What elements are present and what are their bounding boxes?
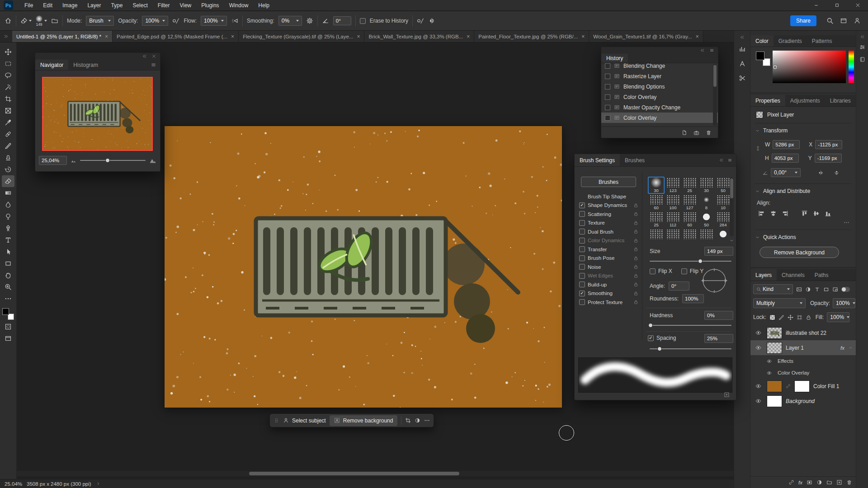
menu-type[interactable]: Type — [106, 0, 127, 11]
panel-menu-icon[interactable] — [709, 48, 714, 53]
filter-smart-objects-icon[interactable] — [832, 286, 838, 292]
foreground-background-swatches[interactable] — [2, 308, 14, 320]
healing-brush-tool[interactable] — [2, 128, 14, 140]
zoom-in-icon[interactable] — [149, 157, 156, 164]
histogram-panel-icon[interactable] — [735, 42, 750, 56]
brush-tip[interactable] — [648, 228, 665, 241]
tool-preset-picker[interactable] — [20, 17, 32, 24]
collapse-effects-chevron-icon[interactable] — [848, 345, 853, 350]
color-fg-bg-swatches[interactable] — [756, 52, 770, 66]
layer-name[interactable]: Background — [786, 398, 815, 404]
layer-thumbnail[interactable] — [767, 342, 782, 354]
minimize-button[interactable] — [806, 0, 826, 11]
brush-tip[interactable] — [698, 228, 715, 241]
new-group-folder-icon[interactable] — [826, 479, 832, 485]
toolbar-overflow-chevron-icon[interactable] — [0, 31, 12, 42]
zoom-level[interactable]: 25.04% — [5, 481, 22, 487]
layer-style-fx-icon[interactable]: fx — [798, 480, 802, 485]
menu-filter[interactable]: Filter — [153, 0, 175, 11]
marquee-tool[interactable] — [2, 58, 14, 70]
navigator-thumbnail[interactable] — [43, 78, 152, 150]
document-tab[interactable]: Flecking_Texture (Grayscale).tif @ 25% (… — [239, 31, 364, 42]
document-tab[interactable]: Untitled-1 @ 25% (Layer 1, RGB/8) *× — [12, 31, 113, 42]
clone-stamp-tool[interactable] — [2, 152, 14, 164]
tab-brushes[interactable]: Brushes — [620, 154, 650, 166]
section-wet-edges[interactable]: Wet Edges — [575, 272, 642, 281]
smoothing-options-gear-icon[interactable] — [306, 17, 313, 24]
angle-field[interactable]: 0° — [669, 282, 689, 291]
layer-name[interactable]: illustratie shot 22 — [786, 330, 826, 336]
tab-navigator[interactable]: Navigator — [35, 60, 68, 70]
brush-tip[interactable]: 30 — [648, 177, 665, 194]
document-canvas[interactable] — [165, 126, 562, 408]
hue-slider[interactable] — [849, 51, 854, 83]
layer-filter-kind-dropdown[interactable]: Kind — [753, 284, 793, 294]
section-color-dynamics[interactable]: Color Dynamics — [575, 236, 642, 245]
hardness-slider[interactable] — [650, 325, 731, 326]
section-checkbox[interactable] — [579, 282, 585, 287]
navigator-proxy-rect[interactable] — [42, 77, 153, 151]
history-state[interactable]: Blending Options — [601, 81, 718, 92]
section-smoothing[interactable]: Smoothing — [575, 289, 642, 298]
brush-tip[interactable] — [681, 228, 698, 241]
section-shape-dynamics[interactable]: Shape Dynamics — [575, 201, 642, 210]
libraries-panel-icon[interactable] — [856, 53, 868, 66]
lock-icon[interactable] — [633, 247, 638, 252]
collapse-panel-icon[interactable] — [142, 54, 147, 59]
history-state-current[interactable]: Color Overlay — [601, 113, 718, 123]
tab-paths[interactable]: Paths — [810, 269, 834, 281]
tab-close-icon[interactable]: × — [467, 34, 470, 39]
tab-patterns[interactable]: Patterns — [807, 35, 837, 47]
section-build-up[interactable]: Build-up — [575, 280, 642, 289]
tab-history[interactable]: History — [601, 54, 628, 63]
menu-select[interactable]: Select — [127, 0, 152, 11]
zoom-tool[interactable] — [2, 281, 14, 293]
width-field[interactable]: 5286 px — [773, 140, 800, 149]
section-checkbox[interactable] — [579, 238, 585, 244]
smoothing-dropdown[interactable]: 0% — [278, 16, 302, 26]
tab-close-icon[interactable]: × — [581, 34, 585, 39]
layer-visibility-eye-icon[interactable] — [753, 330, 763, 336]
lock-icon[interactable] — [633, 291, 638, 296]
menu-window[interactable]: Window — [224, 0, 254, 11]
create-new-brush-icon[interactable] — [724, 392, 730, 398]
taskbar-drag-handle-icon[interactable] — [274, 418, 279, 423]
section-scattering[interactable]: Scattering — [575, 210, 642, 219]
brush-tip[interactable]: 10 — [715, 194, 731, 211]
lock-icon[interactable] — [633, 256, 638, 261]
character-panel-icon[interactable] — [735, 56, 750, 71]
lock-artboard-icon[interactable] — [797, 314, 802, 320]
brush-angle-field[interactable]: 0° — [333, 16, 351, 25]
tab-close-icon[interactable]: × — [696, 34, 699, 39]
lock-icon[interactable] — [633, 238, 638, 243]
history-titlebar[interactable] — [601, 47, 718, 54]
section-checkbox[interactable] — [579, 255, 585, 261]
tab-close-icon[interactable]: × — [105, 34, 108, 39]
tab-libraries[interactable]: Libraries — [825, 95, 856, 106]
layer-row[interactable]: Color Fill 1 — [750, 379, 856, 394]
transform-icon[interactable] — [405, 418, 411, 423]
history-source-checkbox[interactable] — [605, 74, 610, 79]
tab-color[interactable]: Color — [750, 35, 774, 47]
section-checkbox[interactable] — [579, 229, 585, 235]
layer-opacity-dropdown[interactable]: 100% — [833, 298, 855, 308]
section-checkbox[interactable] — [579, 299, 585, 305]
history-source-checkbox[interactable] — [605, 115, 610, 121]
tab-close-icon[interactable]: × — [357, 34, 360, 39]
history-state[interactable]: Master Opacity Change — [601, 102, 718, 113]
tab-close-icon[interactable]: × — [231, 34, 234, 39]
brush-preset-picker[interactable]: 149 — [36, 15, 47, 27]
flip-horizontal-icon[interactable] — [818, 170, 824, 176]
tab-channels[interactable]: Channels — [777, 269, 810, 281]
type-tool[interactable] — [2, 234, 14, 246]
spacing-slider[interactable] — [650, 348, 731, 349]
rotate-dropdown[interactable]: 0,00° — [771, 168, 801, 177]
history-source-checkbox[interactable] — [605, 94, 610, 100]
section-texture[interactable]: Texture — [575, 219, 642, 228]
document-tab[interactable]: Brick_Wall_Texture.jpg @ 33,3% (RGB...× — [364, 31, 474, 42]
menu-help[interactable]: Help — [253, 0, 274, 11]
layer-row[interactable]: illustratie shot 22 — [750, 325, 856, 340]
lock-icon[interactable] — [633, 273, 638, 278]
flow-dropdown[interactable]: 100% — [201, 16, 227, 26]
pressure-size-icon[interactable] — [417, 17, 424, 24]
